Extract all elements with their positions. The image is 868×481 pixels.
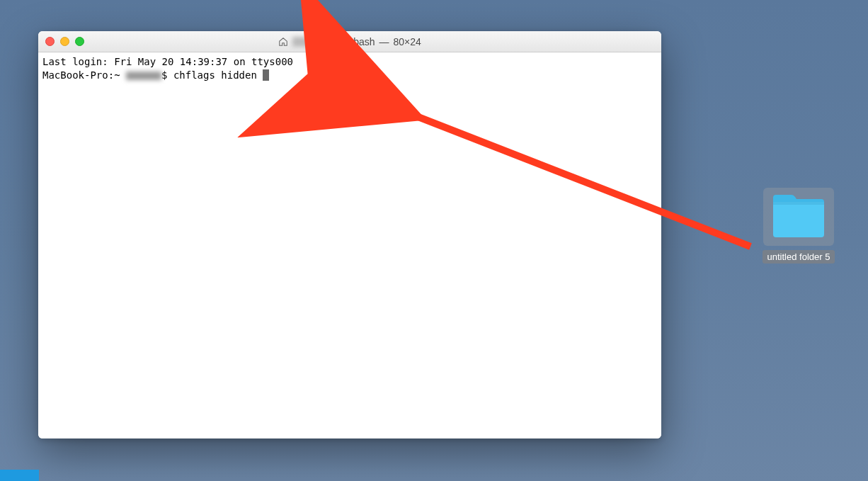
desktop-folder[interactable]: untitled folder 5 [756,188,841,264]
prompt-username-blurred [126,72,161,80]
desktop-background[interactable]: — bash — 80×24 Last login: Fri May 20 14… [0,0,868,481]
bottom-accent [0,470,39,481]
prompt-host: MacBook-Pro:~ [42,69,120,81]
typed-command: chflags hidden [173,69,263,81]
svg-rect-4 [773,202,824,205]
folder-icon [770,193,827,240]
title-separator-2: — [379,36,389,47]
title-app: bash [353,36,375,47]
title-username-blurred [292,37,335,47]
prompt-symbol: $ [161,69,167,81]
terminal-content[interactable]: Last login: Fri May 20 14:39:37 on ttys0… [38,52,661,438]
home-icon [278,37,288,47]
folder-label[interactable]: untitled folder 5 [763,250,835,264]
traffic-lights [38,37,84,46]
maximize-button[interactable] [75,37,84,46]
title-size: 80×24 [394,36,421,47]
folder-icon-selection[interactable] [763,188,834,246]
window-titlebar[interactable]: — bash — 80×24 [38,31,661,52]
last-login-line: Last login: Fri May 20 14:39:37 on ttys0… [42,56,293,67]
close-button[interactable] [45,37,55,46]
terminal-window[interactable]: — bash — 80×24 Last login: Fri May 20 14… [38,31,661,438]
minimize-button[interactable] [60,37,69,46]
title-separator-1: — [339,36,349,47]
terminal-cursor [263,69,269,81]
svg-rect-3 [773,202,824,237]
window-title: — bash — 80×24 [38,36,661,47]
